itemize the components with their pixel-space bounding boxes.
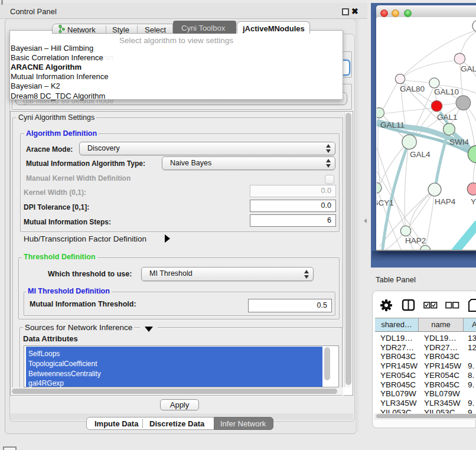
- svg-text:GAL: GAL: [461, 64, 476, 73]
- svg-text:SWI4: SWI4: [449, 138, 469, 146]
- svg-text:GAL80: GAL80: [400, 84, 425, 93]
- svg-text:HAP4: HAP4: [435, 197, 456, 206]
- svg-text:GAL10: GAL10: [434, 87, 459, 96]
- svg-text:GAL11: GAL11: [380, 120, 405, 129]
- svg-text:Y: Y: [471, 197, 476, 206]
- svg-text:GCY1: GCY1: [377, 198, 394, 207]
- svg-text:HAP2: HAP2: [405, 236, 426, 245]
- svg-text:GAL4: GAL4: [410, 150, 431, 159]
- svg-text:GAL1: GAL1: [437, 113, 458, 122]
